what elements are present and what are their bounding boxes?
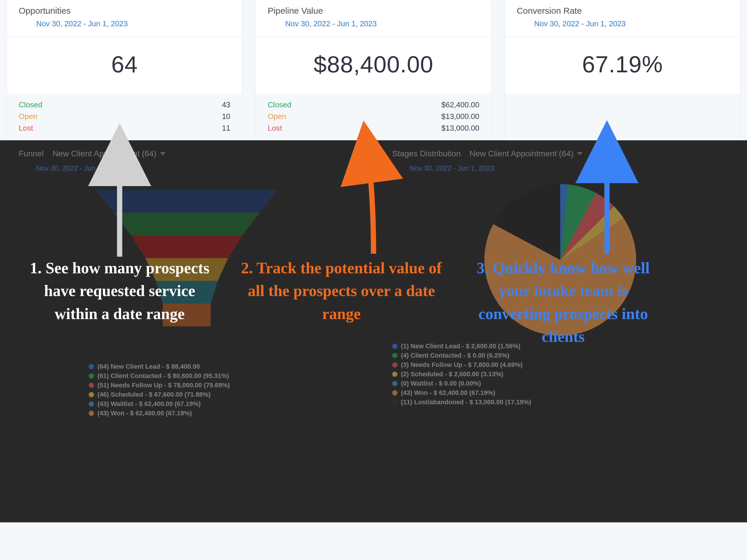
stages-selector-label: New Client Appointment (64) — [469, 149, 573, 158]
legend-item: (61) Client Contacted - $ 80,600.00 (95.… — [98, 371, 229, 381]
card-title: Pipeline Value — [267, 6, 479, 16]
date-range-link[interactable]: Nov 30, 2022 - Jun 1, 2023 — [267, 16, 479, 33]
funnel-title: Funnel — [19, 149, 44, 158]
legend-item: (64) New Client Lead - $ 88,400.00 — [98, 362, 200, 371]
pipeline-breakdown: Closed$62,400.00 Open$13,000.00 Lost$13,… — [256, 94, 491, 140]
card-pipeline-value: Pipeline Value Nov 30, 2022 - Jun 1, 202… — [256, 0, 491, 140]
bd-val-closed: $62,400.00 — [441, 99, 480, 110]
arrow-icon — [350, 143, 397, 260]
bd-val-closed: 43 — [222, 99, 230, 110]
legend-item: (0) Waitlist - $ 0.00 (0.00%) — [401, 379, 481, 388]
chevron-down-icon — [160, 152, 166, 156]
bd-val-open: 10 — [222, 110, 230, 122]
legend-item: (3) Needs Follow Up - $ 7,800.00 (4.69%) — [401, 360, 523, 370]
pipeline-value: $88,400.00 — [256, 37, 491, 94]
legend-item: (46) Scheduled - $ 67,600.00 (71.88%) — [98, 390, 211, 399]
card-conversion-rate: Conversion Rate Nov 30, 2022 - Jun 1, 20… — [505, 0, 740, 140]
funnel-legend: (64) New Client Lead - $ 88,400.00 (61) … — [89, 362, 355, 418]
stages-selector[interactable]: New Client Appointment (64) — [469, 149, 583, 158]
date-range-link[interactable]: Nov 30, 2022 - Jun 1, 2023 — [19, 16, 230, 33]
bd-label-open: Open — [267, 110, 286, 122]
opportunities-value: 64 — [7, 37, 242, 94]
bd-label-closed: Closed — [267, 99, 291, 110]
legend-item: (43) Won - $ 62,400.00 (67.19%) — [401, 388, 495, 398]
bd-label-closed: Closed — [19, 99, 42, 110]
stages-legend: (1) New Client Lead - $ 2,600.00 (1.56%)… — [392, 342, 728, 407]
legend-item: (43) Won - $ 62,400.00 (67.19%) — [98, 409, 192, 418]
bd-label-lost: Lost — [19, 122, 33, 134]
card-opportunities: Opportunities Nov 30, 2022 - Jun 1, 2023… — [7, 0, 242, 140]
conversion-value: 67.19% — [505, 37, 740, 94]
legend-item: (51) Needs Follow Up - $ 78,000.00 (79.6… — [98, 381, 230, 390]
chevron-down-icon — [577, 152, 583, 156]
date-range-link[interactable]: Nov 30, 2022 - Jun 1, 2023 — [19, 158, 355, 172]
legend-item: (4) Client Contacted - $ 0.00 (6.25%) — [401, 351, 510, 360]
legend-item: (11) Lost/abandoned - $ 13,000.00 (17.19… — [401, 398, 531, 407]
date-range-link[interactable]: Nov 30, 2022 - Jun 1, 2023 — [517, 16, 728, 33]
bd-val-lost: 11 — [222, 122, 230, 134]
legend-item: (43) Waitlist - $ 62,400.00 (67.19%) — [98, 399, 201, 409]
arrow-icon — [102, 146, 149, 263]
bd-label-lost: Lost — [267, 122, 282, 134]
bd-label-open: Open — [19, 110, 37, 122]
card-title: Conversion Rate — [517, 6, 728, 16]
legend-item: (2) Scheduled - $ 2,600.00 (3.13%) — [401, 370, 504, 379]
date-range-link[interactable]: Nov 30, 2022 - Jun 1, 2023 — [392, 158, 728, 172]
card-title: Opportunities — [19, 6, 230, 16]
callout-1: 1. See how many prospects have requested… — [23, 257, 216, 325]
stat-cards-row: Opportunities Nov 30, 2022 - Jun 1, 2023… — [0, 0, 747, 140]
callout-3: 3. Quickly know how well your intake tea… — [461, 257, 665, 348]
bd-val-lost: $13,000.00 — [441, 122, 480, 134]
callout-2: 2. Track the potential value of all the … — [236, 257, 446, 325]
opportunities-breakdown: Closed43 Open10 Lost11 — [7, 94, 242, 140]
stages-title: Stages Distribution — [392, 149, 461, 158]
arrow-icon — [589, 143, 636, 260]
bd-val-open: $13,000.00 — [441, 110, 480, 122]
